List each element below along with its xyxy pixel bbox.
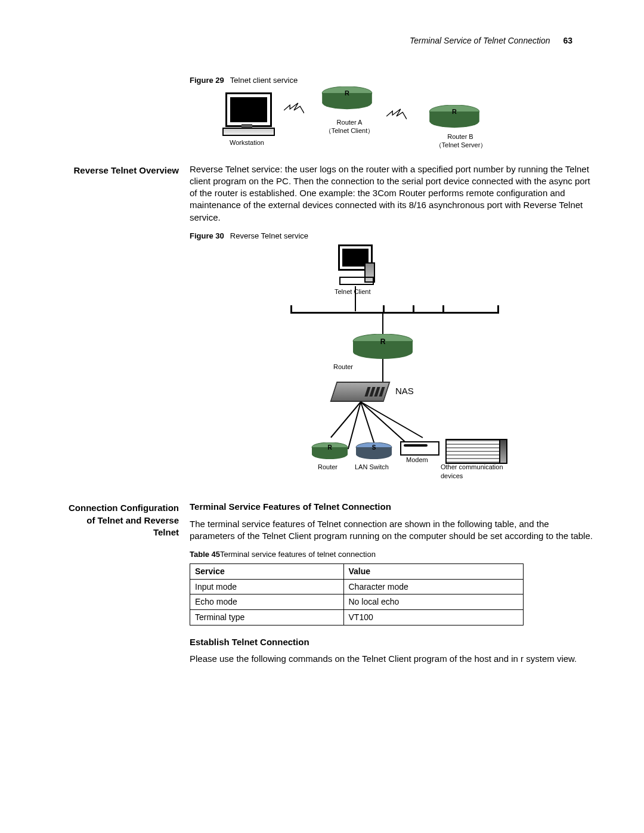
other-devices-label: Other communication devices	[441, 463, 518, 481]
cell-value: VT100	[343, 610, 524, 625]
workstation-label: Workstation	[217, 138, 277, 147]
workstation-icon	[225, 92, 272, 127]
svg-text:R: R	[327, 444, 332, 451]
svg-text:R: R	[380, 337, 386, 346]
table45-label: Table 45	[190, 550, 220, 559]
running-title: Terminal Service of Telnet Connection	[410, 36, 550, 45]
reverse-overview-label: Reverse Telnet Overview	[60, 163, 179, 176]
figure29-row: Figure 29Telnet client service Workstati…	[60, 75, 596, 163]
cell-value: No local echo	[343, 594, 524, 610]
modem-icon	[400, 441, 439, 456]
nas-icon	[330, 382, 390, 402]
router-a-sub: （Telnet Client）	[320, 126, 379, 135]
bus-line	[290, 305, 499, 321]
svg-text:R: R	[345, 89, 349, 97]
conn-config-label: Connection Configuration of Telnet and R…	[60, 501, 179, 538]
reverse-overview-text: Reverse Telnet service: the user logs on…	[190, 163, 596, 224]
router-b-label: Router B	[436, 132, 484, 141]
conn-config-row: Connection Configuration of Telnet and R…	[60, 501, 596, 672]
figure30-diagram: Telnet Client R Router	[262, 244, 524, 483]
th-service: Service	[190, 563, 344, 579]
running-header: Terminal Service of Telnet Connection 63	[60, 36, 596, 45]
table45-title: Terminal service features of telnet conn…	[220, 550, 376, 559]
reverse-overview-body: Reverse Telnet service: the user logs on…	[190, 163, 596, 501]
router-b-icon: R	[427, 105, 482, 129]
router-a-icon: R	[320, 86, 374, 110]
table-row: Terminal type VT100	[190, 610, 524, 625]
lightning-icon	[386, 109, 407, 122]
reverse-overview-row: Reverse Telnet Overview Reverse Telnet s…	[60, 163, 596, 501]
empty-side	[60, 75, 179, 76]
svg-text:R: R	[452, 108, 457, 115]
conn-config-body: Terminal Service Features of Telnet Conn…	[190, 501, 596, 672]
table45-caption: Table 45Terminal service features of tel…	[190, 549, 596, 560]
table-row: Echo mode No local echo	[190, 594, 524, 610]
cell-service: Terminal type	[190, 610, 344, 625]
rack-icon	[445, 439, 507, 464]
features-text: The terminal service features of Telnet …	[190, 518, 596, 543]
cell-service: Echo mode	[190, 594, 344, 610]
small-router-label: Router	[318, 463, 338, 472]
nas-label: NAS	[395, 385, 414, 397]
cell-service: Input mode	[190, 579, 344, 594]
page: Terminal Service of Telnet Connection 63…	[0, 0, 644, 833]
cell-value: Character mode	[343, 579, 524, 594]
telnet-client-label: Telnet Client	[335, 287, 371, 296]
small-router-icon: R	[311, 442, 349, 460]
figure29-caption: Figure 29Telnet client service	[190, 75, 596, 86]
figure30-label: Figure 30	[190, 231, 224, 240]
features-heading: Terminal Service Features of Telnet Conn…	[190, 501, 596, 513]
figure29-title: Telnet client service	[230, 76, 298, 85]
lan-switch-label: LAN Switch	[355, 463, 389, 472]
table-header-row: Service Value	[190, 563, 524, 579]
table45: Service Value Input mode Character mode …	[190, 563, 524, 626]
establish-heading: Establish Telnet Connection	[190, 636, 596, 648]
lightning-icon	[284, 103, 304, 116]
figure29-body: Figure 29Telnet client service Workstati…	[190, 75, 596, 163]
router-a-label: Router A	[326, 118, 373, 127]
th-value: Value	[343, 563, 524, 579]
telnet-client-icon	[336, 244, 375, 283]
figure30-caption: Figure 30Reverse Telnet service	[190, 231, 596, 241]
figure30-title: Reverse Telnet service	[230, 231, 308, 240]
figure29-diagram: Workstation R Router A （Telnet Client）	[190, 89, 512, 155]
table-row: Input mode Character mode	[190, 579, 524, 594]
svg-text:S: S	[372, 444, 376, 451]
page-number: 63	[563, 36, 572, 45]
lan-switch-icon: S	[355, 442, 393, 460]
router-label: Router	[333, 363, 353, 371]
router-icon: R	[351, 334, 414, 360]
figure29-label: Figure 29	[190, 76, 224, 85]
router-b-sub: （Telnet Server）	[428, 141, 494, 150]
modem-label: Modem	[406, 456, 428, 465]
establish-text: Please use the following commands on the…	[190, 653, 596, 665]
